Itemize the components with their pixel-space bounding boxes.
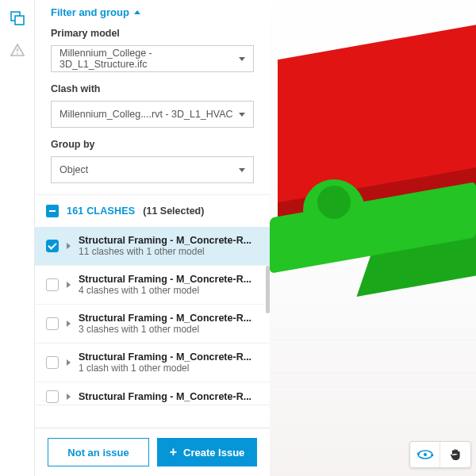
view-toolbar bbox=[409, 441, 471, 468]
model-element-green bbox=[303, 179, 365, 241]
clash-row[interactable]: Structural Framing - M_Concrete-R... 11 … bbox=[35, 227, 270, 266]
expand-icon[interactable] bbox=[67, 359, 71, 366]
pan-tool[interactable] bbox=[440, 442, 470, 467]
clash-with-label: Clash with bbox=[51, 83, 254, 94]
group-by-value: Object bbox=[60, 164, 88, 175]
row-subtitle: 1 clash with 1 other model bbox=[79, 363, 260, 374]
plus-icon: + bbox=[170, 446, 177, 459]
clash-with-select[interactable]: Millennium_Colleg....rvt - 3D_L1_HVAC bbox=[51, 101, 254, 128]
row-subtitle: 11 clashes with 1 other model bbox=[79, 246, 260, 257]
primary-model-select[interactable]: Millennium_College - 3D_L1_Structure.ifc bbox=[51, 45, 254, 72]
clash-summary[interactable]: 161 CLASHES (11 Selected) bbox=[35, 194, 270, 227]
clash-count: 161 CLASHES bbox=[67, 205, 135, 217]
row-title: Structural Framing - M_Concrete-R... bbox=[79, 235, 260, 246]
clash-with-value: Millennium_Colleg....rvt - 3D_L1_HVAC bbox=[60, 109, 233, 120]
not-an-issue-button[interactable]: Not an issue bbox=[48, 438, 149, 466]
svg-point-5 bbox=[424, 453, 426, 455]
expand-icon[interactable] bbox=[67, 243, 71, 249]
3d-viewport[interactable] bbox=[270, 0, 476, 476]
filter-and-group-toggle[interactable]: Filter and group bbox=[35, 0, 270, 28]
clash-panel: Filter and group Primary model Millenniu… bbox=[35, 0, 270, 476]
row-checkbox[interactable] bbox=[46, 240, 59, 252]
left-icon-bar bbox=[0, 0, 35, 476]
clash-list: Structural Framing - M_Concrete-R... 11 … bbox=[35, 227, 270, 428]
row-subtitle: 3 clashes with 1 other model bbox=[79, 324, 260, 335]
filter-label: Filter and group bbox=[51, 6, 129, 18]
collapse-all-checkbox[interactable] bbox=[46, 205, 59, 217]
caret-up-icon bbox=[134, 10, 140, 14]
expand-icon[interactable] bbox=[67, 393, 71, 400]
primary-model-value: Millennium_College - 3D_L1_Structure.ifc bbox=[60, 48, 239, 70]
chevron-down-icon bbox=[239, 57, 245, 61]
expand-icon[interactable] bbox=[67, 321, 71, 327]
row-checkbox[interactable] bbox=[46, 356, 59, 369]
row-subtitle: 4 clashes with 1 other model bbox=[79, 285, 260, 296]
clash-row[interactable]: Structural Framing - M_Concrete-R... bbox=[35, 382, 270, 405]
chevron-down-icon bbox=[239, 168, 245, 172]
floor-grid bbox=[270, 323, 476, 408]
clash-row[interactable]: Structural Framing - M_Concrete-R... 3 c… bbox=[35, 305, 270, 344]
orbit-tool[interactable] bbox=[410, 442, 440, 467]
clash-selected: (11 Selected) bbox=[143, 205, 204, 217]
row-checkbox[interactable] bbox=[46, 390, 59, 403]
row-title: Structural Framing - M_Concrete-R... bbox=[79, 391, 260, 402]
group-by-select[interactable]: Object bbox=[51, 156, 254, 183]
svg-point-3 bbox=[17, 53, 18, 55]
create-issue-button[interactable]: +Create Issue bbox=[157, 438, 257, 466]
group-by-label: Group by bbox=[51, 139, 254, 150]
overlap-icon[interactable] bbox=[9, 10, 26, 27]
primary-model-label: Primary model bbox=[51, 28, 254, 39]
row-checkbox[interactable] bbox=[46, 278, 59, 291]
expand-icon[interactable] bbox=[67, 282, 71, 288]
panel-footer: Not an issue +Create Issue bbox=[35, 428, 270, 476]
row-title: Structural Framing - M_Concrete-R... bbox=[79, 351, 260, 363]
chevron-down-icon bbox=[239, 113, 245, 117]
clash-row[interactable]: Structural Framing - M_Concrete-R... 1 c… bbox=[35, 344, 270, 382]
clash-row[interactable]: Structural Framing - M_Concrete-R... 4 c… bbox=[35, 266, 270, 305]
row-title: Structural Framing - M_Concrete-R... bbox=[79, 274, 260, 285]
row-checkbox[interactable] bbox=[46, 317, 59, 330]
svg-rect-1 bbox=[15, 16, 24, 25]
row-title: Structural Framing - M_Concrete-R... bbox=[79, 313, 260, 324]
warning-icon[interactable] bbox=[9, 41, 26, 59]
